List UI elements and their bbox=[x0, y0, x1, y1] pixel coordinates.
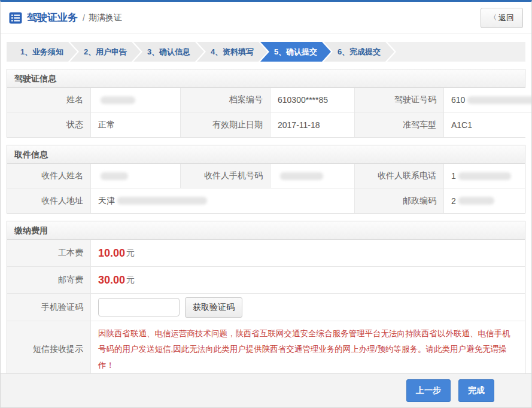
field-label-recipient-mobile: 收件人手机号码 bbox=[181, 164, 270, 188]
previous-step-button[interactable]: 上一步 bbox=[406, 379, 451, 402]
step-label: 3、确认信息 bbox=[147, 47, 190, 57]
value-prefix: 天津 bbox=[98, 196, 115, 206]
section-title: 取件信息 bbox=[7, 145, 525, 164]
step-label: 1、业务须知 bbox=[20, 47, 63, 57]
field-sms-code: 获取验证码 bbox=[91, 294, 525, 321]
redacted-value bbox=[101, 96, 135, 104]
field-label-recipient-phone: 收件人联系电话 bbox=[355, 164, 444, 188]
step-6-complete-submit: 6、完成提交 bbox=[324, 42, 394, 62]
back-chevron-icon: 〈 bbox=[490, 13, 497, 23]
field-value-license-number: 610 bbox=[444, 88, 532, 112]
field-label-sms-notice: 短信接收提示 bbox=[7, 321, 91, 378]
step-label: 4、资料填写 bbox=[211, 47, 254, 57]
fee-amount: 30.00 bbox=[98, 274, 125, 287]
back-button-label: 返回 bbox=[498, 13, 514, 23]
field-label-sms-code: 手机验证码 bbox=[7, 294, 91, 321]
field-value-expiry-date: 2017-11-18 bbox=[270, 112, 355, 137]
document-list-icon bbox=[9, 12, 22, 24]
step-label: 5、确认提交 bbox=[274, 47, 317, 57]
step-5-confirm-submit-active: 5、确认提交 bbox=[260, 42, 331, 62]
page: 驾驶证业务 / 期满换证 〈 返回 1、业务须知 2、用户申告 3、确认信息 4… bbox=[0, 0, 532, 408]
field-value-production-fee: 10.00元 bbox=[91, 240, 525, 267]
header: 驾驶证业务 / 期满换证 〈 返回 bbox=[1, 2, 531, 34]
section-fees: 缴纳费用 工本费 10.00元 邮寄费 30.00元 手机验证码 获取验证码 短… bbox=[7, 221, 525, 379]
redacted-value bbox=[458, 197, 494, 205]
field-label-recipient-name: 收件人姓名 bbox=[7, 164, 91, 188]
redacted-value bbox=[458, 172, 511, 180]
value-prefix: 610 bbox=[451, 95, 465, 105]
field-label-status: 状态 bbox=[7, 112, 91, 137]
field-label-production-fee: 工本费 bbox=[7, 240, 91, 267]
sms-notice-text: 因陕西省联通、电信运营商技术问题，陕西省互联网交通安全综合服务管理平台无法向持陕… bbox=[91, 321, 525, 378]
field-sms-notice: 因陕西省联通、电信运营商技术问题，陕西省互联网交通安全综合服务管理平台无法向持陕… bbox=[91, 321, 525, 378]
field-value-file-number: 610300****85 bbox=[270, 88, 355, 112]
section-title: 缴纳费用 bbox=[7, 221, 525, 240]
field-value-vehicle-class: A1C1 bbox=[444, 112, 532, 137]
step-label: 2、用户申告 bbox=[84, 47, 127, 57]
field-value-status: 正常 bbox=[91, 112, 181, 137]
redacted-value bbox=[280, 172, 323, 180]
field-value-name bbox=[91, 88, 181, 112]
steps-progress-bar: 1、业务须知 2、用户申告 3、确认信息 4、资料填写 5、确认提交 6、完成提… bbox=[1, 34, 531, 69]
redacted-value bbox=[101, 172, 128, 180]
section-pickup-info: 取件信息 收件人姓名 收件人手机号码 收件人联系电话 1 收件人地址 天津 邮政… bbox=[7, 145, 525, 214]
field-label-postal-code: 邮政编码 bbox=[355, 188, 444, 213]
field-value-recipient-address: 天津 bbox=[91, 188, 355, 213]
steps-filler bbox=[387, 42, 525, 62]
field-label-name: 姓名 bbox=[7, 88, 91, 112]
step-3-confirm-info: 3、确认信息 bbox=[133, 42, 204, 62]
fee-unit: 元 bbox=[126, 248, 135, 258]
step-4-fill-materials: 4、资料填写 bbox=[197, 42, 267, 62]
field-value-recipient-mobile bbox=[270, 164, 355, 188]
field-label-expiry-date: 有效期止日期 bbox=[181, 112, 270, 137]
fee-amount: 10.00 bbox=[98, 247, 125, 260]
field-label-file-number: 档案编号 bbox=[181, 88, 270, 112]
step-2-user-declaration: 2、用户申告 bbox=[70, 42, 141, 62]
breadcrumb-current: 期满换证 bbox=[89, 13, 122, 23]
section-title: 驾驶证信息 bbox=[7, 69, 525, 88]
finish-button[interactable]: 完成 bbox=[458, 379, 494, 402]
page-title: 驾驶证业务 bbox=[27, 11, 78, 25]
sms-code-input[interactable] bbox=[98, 298, 180, 316]
field-label-vehicle-class: 准驾车型 bbox=[355, 112, 444, 137]
field-label-license-number: 驾驶证号码 bbox=[355, 88, 444, 112]
field-value-recipient-name bbox=[91, 164, 181, 188]
breadcrumb-separator: / bbox=[83, 13, 85, 23]
step-1-business-notice: 1、业务须知 bbox=[7, 42, 77, 62]
step-label: 6、完成提交 bbox=[338, 47, 381, 57]
field-label-postage-fee: 邮寄费 bbox=[7, 267, 91, 294]
field-value-postage-fee: 30.00元 bbox=[91, 267, 525, 294]
value-prefix: 2 bbox=[451, 196, 456, 206]
back-button[interactable]: 〈 返回 bbox=[481, 8, 523, 28]
section-license-info: 驾驶证信息 姓名 档案编号 610300****85 驾驶证号码 610 状态 … bbox=[7, 69, 525, 138]
field-value-postal-code: 2 bbox=[444, 188, 525, 213]
field-value-recipient-phone: 1 bbox=[444, 164, 525, 188]
get-sms-code-button[interactable]: 获取验证码 bbox=[185, 297, 242, 318]
footer-action-bar: 上一步 完成 bbox=[1, 373, 531, 407]
field-label-recipient-address: 收件人地址 bbox=[7, 188, 91, 213]
redacted-value bbox=[467, 96, 532, 104]
fee-unit: 元 bbox=[126, 275, 135, 285]
redacted-value bbox=[117, 197, 207, 205]
value-prefix: 1 bbox=[451, 171, 456, 181]
